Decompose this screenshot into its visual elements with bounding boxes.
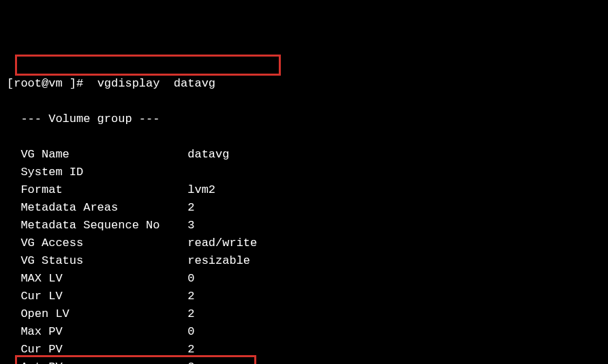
field-row: Open LV 2 (7, 305, 601, 323)
field-label: Metadata Sequence No (7, 219, 187, 232)
field-row: Metadata Sequence No 3 (7, 217, 601, 234)
field-row: VG Name datavg (7, 146, 601, 164)
field-value: 2 (187, 343, 194, 356)
field-label: Max PV (7, 325, 187, 338)
field-value: 3 (187, 219, 194, 232)
field-label: VG Status (7, 254, 187, 267)
field-value: 2 (187, 290, 194, 303)
field-label: Open LV (7, 307, 187, 320)
field-row: Cur LV 2 (7, 288, 601, 305)
field-value: 0 (187, 272, 194, 285)
field-value: 2 (187, 361, 194, 364)
field-row: VG Status resizable (7, 252, 601, 270)
field-row: Metadata Areas 2 (7, 199, 601, 217)
section-header: --- Volume group --- (7, 110, 601, 128)
highlight-vg-name (15, 55, 281, 76)
field-label: Cur PV (7, 343, 187, 356)
field-label: Format (7, 183, 187, 196)
field-row: VG Access read/write (7, 234, 601, 252)
vg-fields: VG Name datavg System ID Format lvm2 Met… (7, 146, 601, 364)
command: vgdisplay datavg (97, 77, 215, 90)
prompt-user: root (14, 77, 42, 90)
field-label: Metadata Areas (7, 201, 187, 214)
field-value: 2 (187, 201, 194, 214)
field-value: 2 (187, 307, 194, 320)
field-label: MAX LV (7, 272, 187, 285)
field-value: resizable (187, 254, 250, 267)
field-value: datavg (187, 148, 229, 161)
field-row: Cur PV 2 (7, 341, 601, 359)
field-label: Act PV (7, 361, 187, 364)
shell-prompt-line[interactable]: [root@vm ]# vgdisplay datavg (7, 75, 601, 93)
field-label: Cur LV (7, 290, 187, 303)
field-value: 0 (187, 325, 194, 338)
field-row: System ID (7, 164, 601, 181)
field-value: lvm2 (187, 183, 215, 196)
field-label: VG Name (7, 148, 187, 161)
field-row: Max PV 0 (7, 323, 601, 341)
field-row: MAX LV 0 (7, 270, 601, 288)
field-row: Act PV 2 (7, 359, 601, 364)
field-row: Format lvm2 (7, 181, 601, 199)
field-value: read/write (187, 237, 257, 249)
field-label: VG Access (7, 237, 187, 249)
field-label: System ID (7, 166, 187, 179)
prompt-host: vm (48, 77, 62, 90)
